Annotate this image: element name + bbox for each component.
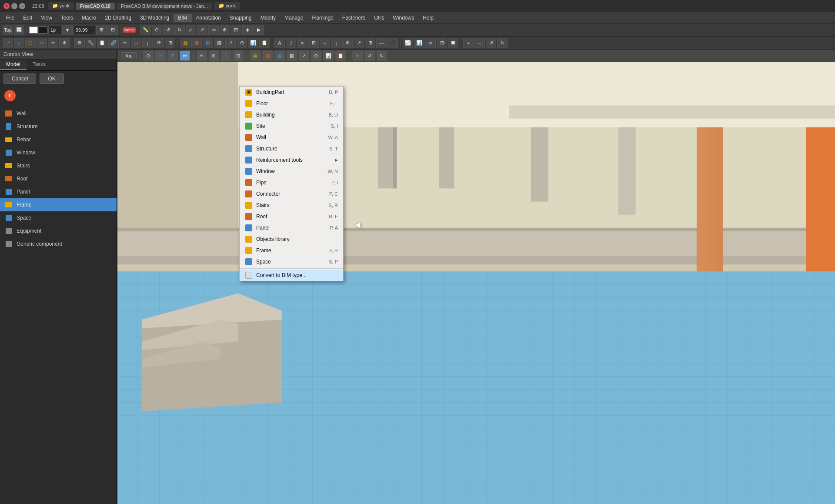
vp-btn-15[interactable]: 📊: [323, 50, 334, 61]
tb2-btn-33[interactable]: ⬛: [387, 38, 398, 48]
vp-btn-3[interactable]: ⊞: [167, 50, 178, 61]
line-width-input[interactable]: [48, 26, 61, 34]
menu-manage[interactable]: Manage: [280, 14, 307, 22]
menu-file[interactable]: File: [2, 14, 19, 22]
tb2-btn-17[interactable]: ▦: [203, 38, 213, 48]
menu-item-floor[interactable]: Floor F, L: [240, 98, 343, 109]
sidebar-item-structure[interactable]: Structure: [0, 120, 117, 133]
tb2-btn-6[interactable]: ⊕: [59, 38, 70, 48]
tb2-btn-31[interactable]: ⊞: [365, 38, 375, 48]
tab-model[interactable]: Model: [0, 60, 27, 70]
tb-btn-2[interactable]: ⊙: [152, 25, 162, 35]
vp-btn-14[interactable]: ⊕: [311, 50, 321, 61]
menu-2d-drafting[interactable]: 2D Drafting: [100, 14, 136, 22]
sidebar-item-roof[interactable]: Roof: [0, 172, 117, 185]
tb-btn-7[interactable]: ▭: [208, 25, 219, 35]
vp-btn-4[interactable]: ▭: [180, 50, 190, 61]
vp-btn-16[interactable]: 📋: [335, 50, 346, 61]
vp-btn-9[interactable]: 🏛: [250, 50, 261, 61]
menu-item-panel[interactable]: Panel P, A: [240, 222, 343, 234]
menu-item-convert-bim[interactable]: Convert to BIM type...: [240, 270, 343, 281]
menu-view[interactable]: View: [37, 14, 57, 22]
menu-tools[interactable]: Tools: [57, 14, 77, 22]
vp-btn-10[interactable]: ▦: [262, 50, 273, 61]
vp-btn-17[interactable]: +: [352, 50, 363, 61]
zoom-input[interactable]: [73, 26, 95, 34]
tab-yorik2[interactable]: 📁 yorik: [214, 2, 240, 10]
tb2-btn-12[interactable]: →: [131, 38, 141, 48]
menu-item-roof[interactable]: Roof R, F: [240, 211, 343, 222]
tb2-btn-minus[interactable]: −: [474, 38, 485, 48]
view-top-button[interactable]: Top: [121, 52, 137, 59]
menu-item-site[interactable]: Site S, I: [240, 120, 343, 132]
menu-item-pipe[interactable]: Pipe P, I: [240, 177, 343, 188]
tb2-btn-14[interactable]: ⟳: [154, 38, 164, 48]
menu-annotation[interactable]: Annotation: [192, 14, 225, 22]
snap-grid-btn[interactable]: ⊞: [107, 25, 118, 35]
tb-btn-11[interactable]: ▶: [254, 25, 264, 35]
sidebar-item-rebar[interactable]: Rebar: [0, 133, 117, 146]
tb2-btn-refresh2[interactable]: ↻: [497, 38, 508, 48]
menu-edit[interactable]: Edit: [19, 14, 37, 22]
color-picker[interactable]: [29, 27, 38, 33]
sidebar-item-wall[interactable]: Wall: [0, 107, 117, 120]
tb2-btn-20[interactable]: ⊕: [237, 38, 247, 48]
tb-btn-6[interactable]: ↗: [197, 25, 207, 35]
tb2-btn-37[interactable]: ⊞: [437, 38, 447, 48]
tb2-btn-1[interactable]: ↗: [3, 38, 13, 48]
color-picker2[interactable]: [39, 27, 47, 33]
viewport[interactable]: Top ⊙ ▭ ⊞ ▭ ✂ ⊕ ↔ ⊞ 🏛 ▦ ▦ ▦ ↗ ⊕ 📊 📋 + ↺ …: [117, 50, 835, 504]
tb2-btn-11[interactable]: ✂: [120, 38, 130, 48]
tab-freecad[interactable]: FreeCAD 0.18: [76, 3, 115, 10]
cancel-button[interactable]: Cancel: [3, 73, 36, 84]
menu-item-reinforcement[interactable]: Reinforcement tools: [240, 154, 343, 166]
tb2-btn-8[interactable]: 🔧: [86, 38, 96, 48]
sidebar-item-equipment[interactable]: Equipment: [0, 224, 117, 237]
menu-item-window[interactable]: Window W, N: [240, 166, 343, 177]
menu-modify[interactable]: Modify: [256, 14, 280, 22]
menu-item-wall[interactable]: Wall W, A: [240, 132, 343, 143]
vp-btn-6[interactable]: ⊕: [209, 50, 219, 61]
tb2-btn-28[interactable]: ↕: [331, 38, 341, 48]
tb2-btn-22[interactable]: 📋: [259, 38, 270, 48]
sidebar-item-window[interactable]: Window: [0, 146, 117, 159]
zoom-toggle[interactable]: ⊞: [96, 25, 107, 35]
close-button[interactable]: ✕: [3, 3, 10, 9]
sidebar-item-stairs[interactable]: Stairs: [0, 159, 117, 172]
tb2-btn-29[interactable]: ⊕: [342, 38, 353, 48]
vp-btn-2[interactable]: ▭: [155, 50, 166, 61]
tb2-btn-24[interactable]: I: [286, 38, 296, 48]
menu-item-space[interactable]: Space S, P: [240, 256, 343, 267]
tb2-btn-19[interactable]: ↗: [225, 38, 236, 48]
maximize-button[interactable]: □: [19, 3, 25, 9]
menu-3d-modeling[interactable]: 3D Modeling: [136, 14, 174, 22]
menu-item-buildingpart[interactable]: 🏛 BuildingPart B, P: [240, 87, 343, 98]
menu-item-stairs[interactable]: Stairs S, R: [240, 200, 343, 211]
vp-btn-13[interactable]: ↗: [299, 50, 309, 61]
tb2-btn-21[interactable]: 📊: [248, 38, 258, 48]
menu-item-structure[interactable]: Structure S, T: [240, 143, 343, 154]
menu-item-objects-library[interactable]: Objects library: [240, 234, 343, 245]
tb-btn-1[interactable]: ✏️: [140, 25, 151, 35]
tb2-btn-26[interactable]: ⊞: [308, 38, 319, 48]
tb2-btn-10[interactable]: 🔗: [108, 38, 119, 48]
tb2-building-btn[interactable]: 🏛: [180, 38, 190, 48]
tb-btn-10[interactable]: ◈: [242, 25, 253, 35]
tb2-btn-36[interactable]: ≡: [425, 38, 436, 48]
sidebar-item-panel[interactable]: Panel: [0, 185, 117, 198]
tab-tasks[interactable]: Tasks: [27, 60, 52, 70]
line-width-down[interactable]: ▼: [62, 25, 73, 35]
tb2-btn-16[interactable]: ▦: [191, 38, 202, 48]
vp-btn-1[interactable]: ⊙: [143, 50, 154, 61]
menu-fasteners[interactable]: Fasteners: [338, 14, 370, 22]
tb-btn-9[interactable]: ⊞: [231, 25, 241, 35]
tb2-btn-5[interactable]: ✂: [48, 38, 58, 48]
tb2-btn-25[interactable]: ≡: [297, 38, 307, 48]
menu-item-frame[interactable]: Frame F, R: [240, 245, 343, 256]
tb2-btn-32[interactable]: —: [376, 38, 387, 48]
tb-btn-4[interactable]: ↻: [174, 25, 185, 35]
view-orient-btn[interactable]: 🔄: [14, 25, 24, 35]
menu-item-connector[interactable]: Connector P, C: [240, 188, 343, 200]
tb2-btn-38[interactable]: 🔲: [448, 38, 458, 48]
tab-yorik1[interactable]: 📁 yorik: [48, 2, 74, 10]
